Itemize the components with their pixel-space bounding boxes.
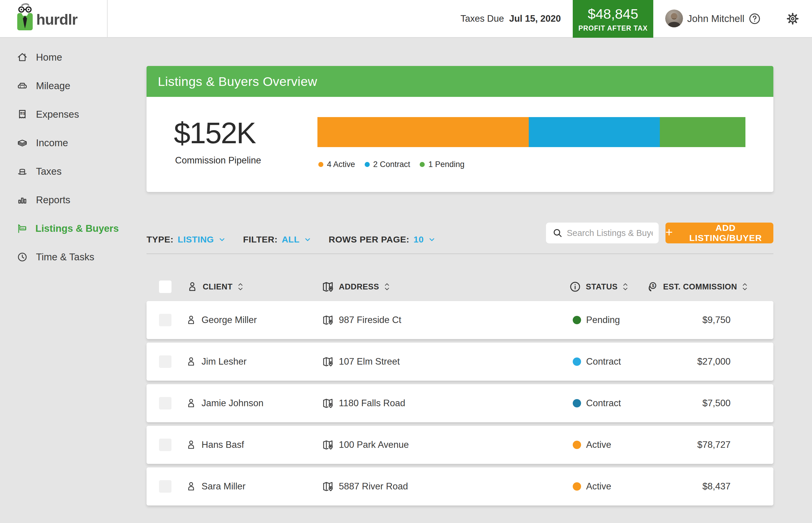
legend-dot-active — [318, 162, 323, 167]
sidebar-item-reports[interactable]: Reports — [0, 186, 108, 214]
status-filter-value: ALL — [282, 234, 300, 245]
sort-icon — [237, 282, 243, 291]
sale-sign-icon: SALE — [16, 223, 28, 234]
taxes-due-date: Jul 15, 2020 — [509, 13, 561, 24]
rows-per-page-label: ROWS PER PAGE: — [329, 234, 409, 245]
profit-amount: $48,845 — [573, 6, 653, 22]
est-commission: $9,750 — [702, 315, 730, 325]
person-icon — [186, 398, 196, 409]
row-checkbox[interactable] — [159, 397, 172, 410]
taxes-due-text: Taxes Due Jul 15, 2020 — [461, 13, 561, 24]
row-checkbox[interactable] — [159, 355, 172, 368]
search-input[interactable] — [546, 222, 658, 244]
svg-text:$: $ — [23, 111, 25, 115]
row-checkbox[interactable] — [159, 439, 172, 451]
sidebar-item-home[interactable]: Home — [0, 43, 108, 72]
type-filter-dropdown[interactable]: TYPE: LISTING — [146, 234, 226, 245]
map-pin-icon — [322, 481, 334, 492]
table-row[interactable]: Hans Basf 100 Park Avenue Active $78,727 — [146, 426, 773, 464]
est-commission: $7,500 — [702, 398, 730, 409]
est-commission: $8,437 — [702, 481, 730, 492]
sidebar-item-expenses[interactable]: $ Expenses — [0, 100, 108, 129]
status-label: Pending — [586, 315, 620, 325]
car-icon — [16, 80, 28, 92]
address: 5887 River Road — [339, 481, 408, 492]
sidebar-item-label: Reports — [36, 194, 70, 206]
client-name: Hans Basf — [201, 439, 244, 450]
sidebar-item-label: Taxes — [36, 166, 61, 177]
status-label: Contract — [586, 356, 621, 367]
map-pin-icon — [322, 397, 334, 409]
select-all-checkbox[interactable] — [159, 281, 172, 293]
table-filters: TYPE: LISTING FILTER: ALL ROWS PER PAGE:… — [146, 234, 436, 245]
sidebar-item-label: Expenses — [36, 109, 79, 120]
table-row[interactable]: Jim Lesher 107 Elm Street Contract $27,0… — [146, 343, 773, 381]
map-pin-icon — [322, 281, 334, 293]
legend-label: 2 Contract — [373, 160, 411, 169]
settings-gear-icon[interactable] — [786, 12, 799, 25]
column-header-client[interactable]: CLIENT — [187, 281, 243, 292]
address: 100 Park Avenue — [339, 439, 409, 450]
sidebar-item-mileage[interactable]: Mileage — [0, 72, 108, 100]
bar-segment-contract — [529, 117, 660, 147]
map-pin-icon — [322, 314, 334, 326]
sort-icon — [384, 282, 390, 291]
sidebar-item-label: Time & Tasks — [36, 251, 94, 263]
rows-per-page-dropdown[interactable]: ROWS PER PAGE: 10 — [329, 234, 436, 245]
overview-card-header: Listings & Buyers Overview — [146, 66, 773, 97]
brand-wordmark: hurdlr — [36, 11, 77, 28]
sidebar-item-label: Mileage — [36, 80, 70, 92]
top-bar: hurdlr Taxes Due Jul 15, 2020 $48,845 PR… — [0, 0, 812, 38]
profit-label: PROFIT AFTER TAX — [573, 24, 653, 32]
filters-divider — [146, 253, 773, 254]
column-label: CLIENT — [203, 282, 233, 291]
commission-pipeline-total: $152K — [174, 116, 255, 150]
sidebar-item-taxes[interactable]: Taxes — [0, 157, 108, 186]
legend-item-pending: 1 Pending — [420, 160, 465, 169]
legend-label: 1 Pending — [428, 160, 465, 169]
svg-text:$: $ — [652, 283, 654, 288]
chevron-down-icon — [304, 236, 311, 244]
cash-stack-icon — [16, 137, 28, 149]
info-icon — [569, 281, 581, 293]
user-name[interactable]: John Mitchell — [687, 13, 744, 24]
column-header-address[interactable]: ADDRESS — [322, 281, 390, 293]
client-name: Sara Miller — [201, 481, 246, 492]
coins-icon: $ — [647, 281, 658, 293]
bar-segment-active — [318, 117, 529, 147]
row-checkbox[interactable] — [159, 314, 172, 326]
add-listing-buyer-button[interactable]: + ADD LISTING/BUYER — [666, 222, 773, 244]
sidebar-item-listings-buyers[interactable]: SALE Listings & Buyers — [0, 214, 108, 243]
person-icon — [187, 281, 198, 292]
brand-logo[interactable]: hurdlr — [0, 0, 108, 38]
sidebar-item-time-tasks[interactable]: Time & Tasks — [0, 243, 108, 271]
column-header-status[interactable]: STATUS — [569, 281, 628, 293]
commission-pipeline-bar — [318, 117, 745, 147]
column-label: EST. COMMISSION — [663, 282, 737, 291]
status-filter-dropdown[interactable]: FILTER: ALL — [243, 234, 311, 245]
profit-after-tax-widget[interactable]: $48,845 PROFIT AFTER TAX — [573, 0, 653, 38]
taxes-due-label: Taxes Due — [461, 13, 504, 24]
legend-item-active: 4 Active — [318, 160, 355, 169]
hurdlr-dashboard: hurdlr Taxes Due Jul 15, 2020 $48,845 PR… — [0, 0, 812, 523]
help-icon[interactable] — [748, 13, 761, 25]
table-row[interactable]: Jamie Johnson 1180 Falls Road Contract $… — [146, 384, 773, 422]
row-checkbox[interactable] — [159, 480, 172, 493]
client-name: Jamie Johnson — [201, 398, 264, 409]
table-row[interactable]: Sara Miller 5887 River Road Active $8,43… — [146, 467, 773, 505]
client-name: George Miller — [201, 315, 257, 325]
sidebar-item-label: Listings & Buyers — [35, 223, 119, 234]
rows-per-page-value: 10 — [413, 234, 423, 245]
plus-icon: + — [666, 226, 673, 239]
sidebar-item-income[interactable]: Income — [0, 129, 108, 157]
client-name: Jim Lesher — [201, 356, 247, 367]
table-row[interactable]: George Miller 987 Fireside Ct Pending $9… — [146, 301, 773, 339]
person-icon — [186, 439, 196, 450]
map-pin-icon — [322, 356, 334, 367]
column-header-est-commission[interactable]: $ EST. COMMISSION — [647, 281, 748, 293]
user-avatar[interactable] — [665, 10, 683, 27]
receipt-icon: $ — [16, 109, 28, 120]
chevron-down-icon — [428, 236, 436, 244]
sort-icon — [742, 282, 748, 291]
status-filter-label: FILTER: — [243, 234, 277, 245]
